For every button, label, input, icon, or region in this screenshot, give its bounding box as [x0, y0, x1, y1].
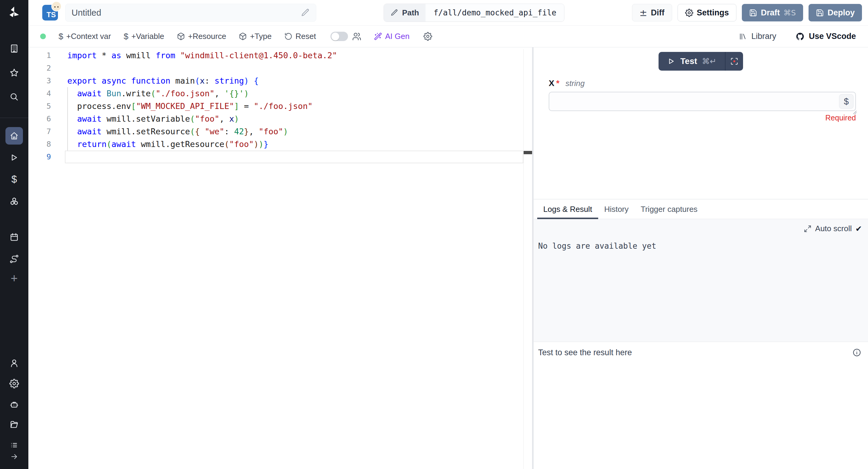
- code-token: wmill: [121, 51, 156, 60]
- route-icon: [9, 254, 19, 264]
- argument-x-input[interactable]: [549, 92, 856, 111]
- code-line[interactable]: 1import * as wmill from "windmill-client…: [28, 49, 523, 62]
- code-line-content[interactable]: await Bun.write("./foo.json", '{}'): [65, 87, 523, 100]
- tab-logs-result[interactable]: Logs & Result: [537, 199, 598, 219]
- code-token: wmill.setVariable: [102, 114, 190, 123]
- sidebar-item-settings[interactable]: [8, 378, 20, 389]
- library-label: Library: [751, 32, 776, 41]
- windmill-logo[interactable]: [6, 4, 22, 20]
- code-line[interactable]: 2: [28, 62, 523, 74]
- sidebar-item-logs[interactable]: [8, 439, 20, 451]
- code-token: "windmill-client@1.450.0-beta.2": [180, 51, 337, 60]
- sidebar-item-resources[interactable]: [8, 196, 20, 207]
- code-line-content[interactable]: import * as wmill from "windmill-client@…: [65, 49, 523, 62]
- editor-settings-button[interactable]: [424, 32, 432, 41]
- expand-icon[interactable]: [804, 225, 812, 233]
- code-line[interactable]: 3export async function main(x: string) {: [28, 74, 523, 87]
- language-badge-typescript[interactable]: TS: [42, 5, 58, 21]
- sidebar-item-folders[interactable]: [8, 419, 20, 430]
- code-token: wmill.setResource: [102, 127, 190, 136]
- info-icon[interactable]: [852, 348, 861, 357]
- line-number[interactable]: 6: [28, 113, 65, 125]
- sidebar-item-workers[interactable]: [8, 399, 20, 410]
- sidebar-item-favorites[interactable]: [8, 67, 20, 79]
- add-context-var-button[interactable]: $ +Context var: [59, 32, 111, 41]
- sidebar-item-user[interactable]: [8, 357, 20, 369]
- multiplayer-toggle[interactable]: [331, 32, 348, 41]
- settings-button[interactable]: Settings: [678, 4, 737, 22]
- line-number[interactable]: 5: [28, 100, 65, 113]
- run-panel: Test ⌘↵ X * stri: [534, 48, 868, 469]
- code-editor[interactable]: 1import * as wmill from "windmill-client…: [28, 48, 532, 469]
- code-line[interactable]: 6 await wmill.setVariable("foo", x): [28, 113, 523, 125]
- editor-toolbar: $ +Context var $ +Variable +Resource +Ty…: [28, 26, 868, 48]
- diff-button[interactable]: ± Diff: [632, 4, 672, 22]
- code-line-content[interactable]: await wmill.setVariable("foo", x): [65, 113, 523, 125]
- line-number[interactable]: 8: [28, 138, 65, 151]
- editor-overview-ruler[interactable]: [523, 49, 532, 469]
- code-line[interactable]: 5 process.env["WM_MOCKED_API_FILE"] = ".…: [28, 100, 523, 113]
- line-number[interactable]: 7: [28, 125, 65, 138]
- insert-variable-button[interactable]: $: [839, 94, 854, 108]
- sidebar-item-routes[interactable]: [8, 253, 20, 265]
- path-editor[interactable]: Path f/all/demo_mocked_api_file: [383, 4, 564, 22]
- sidebar-item-workspace[interactable]: [8, 43, 20, 54]
- sidebar-item-variables[interactable]: $: [8, 174, 20, 185]
- auto-scroll-label[interactable]: Auto scroll: [815, 224, 852, 233]
- code-line-content[interactable]: export async function main(x: string) {: [65, 74, 523, 87]
- script-title-input[interactable]: Untitled: [65, 4, 316, 22]
- capture-test-button[interactable]: [725, 52, 743, 71]
- code-token: (: [151, 89, 155, 98]
- play-icon: [667, 57, 676, 65]
- sidebar-item-add[interactable]: +: [8, 273, 20, 284]
- sidebar-item-search[interactable]: [8, 91, 20, 103]
- code-token: [200, 127, 205, 136]
- tab-trigger-captures[interactable]: Trigger captures: [635, 199, 704, 219]
- code-line-content[interactable]: return(await wmill.getResource("foo"))}: [65, 138, 523, 151]
- code-token: x: [200, 76, 205, 85]
- draft-button[interactable]: Draft ⌘S: [742, 4, 803, 22]
- code-token: =: [239, 101, 254, 111]
- sidebar: $ +: [0, 0, 28, 469]
- add-resource-button[interactable]: +Resource: [177, 32, 226, 41]
- code-line-content[interactable]: await wmill.setResource({ "we": 42}, "fo…: [65, 125, 523, 138]
- line-number[interactable]: 9: [28, 151, 65, 163]
- sidebar-item-schedules[interactable]: [8, 231, 20, 243]
- code-token: await: [77, 114, 102, 123]
- code-token: return: [77, 139, 107, 149]
- library-button[interactable]: Library: [739, 32, 776, 41]
- code-token: "foo": [195, 114, 219, 123]
- check-icon[interactable]: ✔: [855, 224, 862, 233]
- code-line-content[interactable]: [65, 151, 523, 163]
- line-number[interactable]: 4: [28, 87, 65, 100]
- code-token: ): [254, 139, 259, 149]
- edit-title-pencil-icon[interactable]: [301, 8, 310, 17]
- code-token: ,: [219, 114, 229, 123]
- code-line-content[interactable]: [65, 62, 523, 74]
- line-number[interactable]: 2: [28, 62, 65, 74]
- code-token: wmill.getResource: [136, 139, 224, 149]
- add-variable-button[interactable]: $ +Variable: [124, 32, 164, 41]
- line-number[interactable]: 3: [28, 74, 65, 87]
- ai-gen-button[interactable]: AI Gen: [374, 32, 409, 41]
- toggle-knob: [331, 33, 339, 40]
- code-line[interactable]: 8 return(await wmill.getResource("foo"))…: [28, 138, 523, 151]
- sidebar-collapse-button[interactable]: [8, 451, 20, 462]
- sidebar-item-runs[interactable]: [8, 152, 20, 163]
- add-type-button[interactable]: +Type: [239, 32, 272, 41]
- reset-button[interactable]: Reset: [284, 32, 316, 41]
- use-vscode-label: Use VScode: [809, 32, 856, 41]
- resize-handle-icon[interactable]: [851, 108, 857, 115]
- code-line[interactable]: 9: [28, 151, 523, 163]
- path-value: f/all/demo_mocked_api_file: [426, 4, 564, 22]
- deploy-button[interactable]: Deploy: [809, 4, 862, 22]
- use-vscode-button[interactable]: Use VScode: [796, 32, 856, 41]
- sidebar-item-home[interactable]: [5, 127, 23, 145]
- test-button[interactable]: Test ⌘↵: [658, 52, 725, 71]
- code-line-content[interactable]: process.env["WM_MOCKED_API_FILE"] = "./f…: [65, 100, 523, 113]
- line-number[interactable]: 1: [28, 49, 65, 62]
- code-line[interactable]: 4 await Bun.write("./foo.json", '{}'): [28, 87, 523, 100]
- code-token: [97, 76, 102, 85]
- tab-history[interactable]: History: [598, 199, 635, 219]
- code-line[interactable]: 7 await wmill.setResource({ "we": 42}, "…: [28, 125, 523, 138]
